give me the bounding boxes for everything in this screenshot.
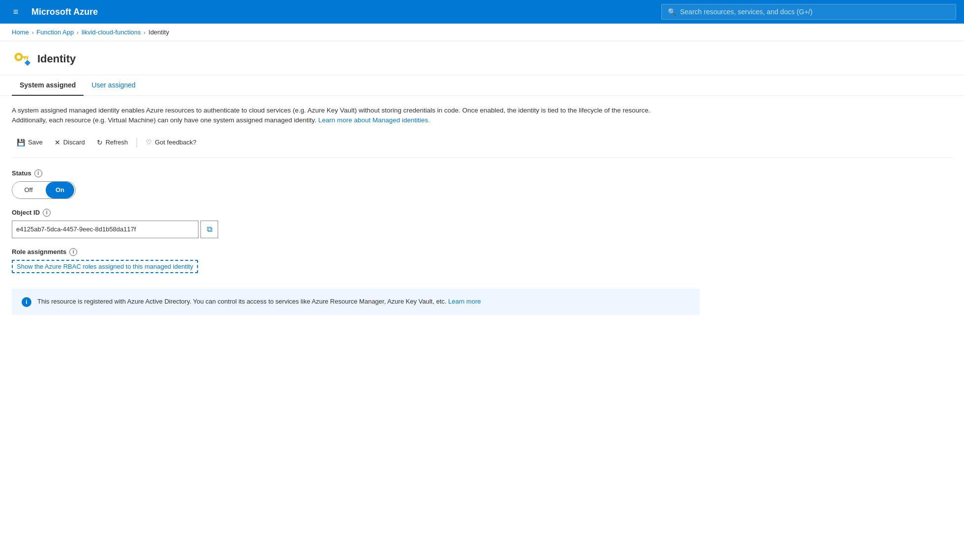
- page-header: Identity: [0, 41, 964, 75]
- breadcrumb-function-app[interactable]: Function App: [36, 28, 74, 36]
- status-toggle[interactable]: Off On: [12, 181, 76, 199]
- tabs-container: System assigned User assigned: [0, 75, 964, 96]
- description-text: A system assigned managed identity enabl…: [12, 106, 651, 126]
- info-banner-text: This resource is registered with Azure A…: [37, 297, 481, 307]
- role-assignments-info-icon[interactable]: i: [69, 248, 77, 256]
- copy-icon: ⧉: [207, 225, 212, 234]
- heart-icon: ♡: [146, 139, 152, 146]
- page-title: Identity: [37, 53, 76, 65]
- svg-rect-3: [27, 58, 28, 60]
- object-id-label: Object ID i: [12, 209, 952, 217]
- discard-icon: ✕: [55, 139, 60, 146]
- search-input[interactable]: [680, 8, 950, 16]
- breadcrumb-home[interactable]: Home: [12, 28, 29, 36]
- toggle-off-option[interactable]: Off: [12, 182, 45, 198]
- identity-icon: [12, 49, 31, 69]
- tab-user-assigned[interactable]: User assigned: [84, 75, 143, 96]
- info-banner-learn-more-link[interactable]: Learn more: [448, 298, 481, 305]
- save-button[interactable]: 💾 Save: [12, 136, 48, 149]
- breadcrumb-resource[interactable]: likvid-cloud-functions: [82, 28, 141, 36]
- object-id-section: Object ID i ⧉: [12, 209, 952, 238]
- status-section: Status i Off On: [12, 169, 952, 199]
- object-id-input[interactable]: [12, 221, 198, 238]
- svg-marker-5: [25, 60, 30, 66]
- learn-more-link[interactable]: Learn more about Managed identities.: [318, 116, 430, 124]
- toolbar: 💾 Save ✕ Discard ↻ Refresh ♡ Got feedbac…: [12, 136, 952, 158]
- info-banner-icon: i: [22, 297, 31, 307]
- topbar: ≡ Microsoft Azure 🔍: [0, 0, 964, 24]
- object-id-info-icon[interactable]: i: [43, 209, 51, 217]
- azure-logo: Microsoft Azure: [31, 7, 98, 17]
- breadcrumb-sep-1: ›: [32, 29, 34, 35]
- toolbar-divider: [137, 138, 137, 147]
- role-assignments-link[interactable]: Show the Azure RBAC roles assigned to th…: [12, 260, 198, 273]
- tab-system-assigned[interactable]: System assigned: [12, 75, 84, 96]
- breadcrumb: Home › Function App › likvid-cloud-funct…: [0, 24, 964, 41]
- feedback-button[interactable]: ♡ Got feedback?: [141, 136, 201, 149]
- breadcrumb-current: Identity: [148, 28, 169, 36]
- global-search[interactable]: 🔍: [661, 4, 956, 20]
- status-info-icon[interactable]: i: [34, 169, 42, 177]
- refresh-button[interactable]: ↻ Refresh: [92, 136, 133, 149]
- svg-rect-2: [22, 56, 28, 58]
- content-area: A system assigned managed identity enabl…: [0, 96, 964, 325]
- page-icon: [12, 49, 31, 69]
- refresh-icon: ↻: [97, 139, 103, 146]
- status-label: Status i: [12, 169, 952, 177]
- copy-object-id-button[interactable]: ⧉: [200, 221, 218, 238]
- breadcrumb-sep-3: ›: [144, 29, 146, 35]
- svg-rect-4: [24, 58, 26, 59]
- svg-point-1: [17, 55, 21, 59]
- search-icon: 🔍: [668, 8, 676, 16]
- role-assignments-label: Role assignments i: [12, 248, 952, 256]
- discard-button[interactable]: ✕ Discard: [50, 136, 90, 149]
- breadcrumb-sep-2: ›: [77, 29, 79, 35]
- object-id-row: ⧉: [12, 221, 952, 238]
- hamburger-menu[interactable]: ≡: [8, 4, 24, 20]
- toggle-on-option[interactable]: On: [46, 182, 74, 198]
- save-icon: 💾: [17, 139, 25, 146]
- info-banner: i This resource is registered with Azure…: [12, 289, 700, 315]
- role-assignments-section: Role assignments i Show the Azure RBAC r…: [12, 248, 952, 273]
